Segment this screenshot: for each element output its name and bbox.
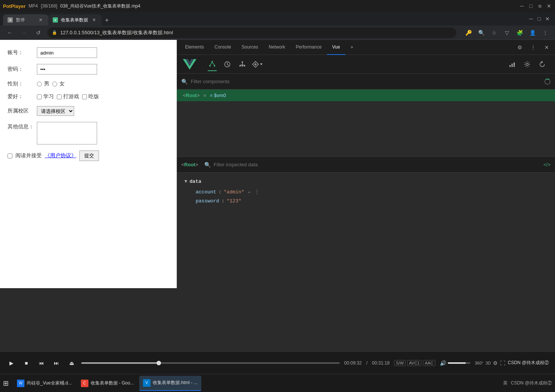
tree-tag-open: < xyxy=(183,93,186,98)
browser-max-icon[interactable]: □ xyxy=(536,16,542,22)
tab-elements[interactable]: Elements xyxy=(180,40,209,55)
browser-chrome: ⏸ 暂停 ✕ V 收集表单数据 ✕ + ─ □ ✕ xyxy=(0,12,555,26)
media-thumb[interactable] xyxy=(157,361,161,365)
devtools-close-icon[interactable]: ✕ xyxy=(541,42,552,53)
profile-icon[interactable]: 👤 xyxy=(527,27,538,38)
components-tree[interactable]: <Root> = = $vm0 xyxy=(177,90,555,156)
svg-point-8 xyxy=(242,61,243,63)
account-edit-button[interactable]: ✏ xyxy=(248,189,251,195)
minimize-icon[interactable]: ─ xyxy=(519,3,525,9)
other-textarea[interactable] xyxy=(37,122,97,144)
hobby-eat-label: 吃饭 xyxy=(88,93,99,100)
eject-button[interactable]: ⏏ xyxy=(66,358,77,368)
browser-min-icon[interactable]: ─ xyxy=(528,16,534,22)
tab-close-paused[interactable]: ✕ xyxy=(38,17,44,23)
play-button[interactable]: ▶ xyxy=(6,358,17,368)
key-icon[interactable]: 🔑 xyxy=(463,27,474,38)
inspector-component-name: Root xyxy=(184,162,196,167)
zoom-icon[interactable]: 🔍 xyxy=(476,27,487,38)
volume-icon[interactable]: 🔊 xyxy=(440,360,446,366)
tab-more[interactable]: » xyxy=(345,40,359,55)
tab-console[interactable]: Console xyxy=(209,40,236,55)
tab-vue[interactable]: Vue xyxy=(327,40,345,55)
vue-logo-icon xyxy=(183,58,196,71)
hobby-game-checkbox[interactable] xyxy=(57,94,62,99)
tab-sources[interactable]: Sources xyxy=(236,40,263,55)
quality-3d-label[interactable]: 3D xyxy=(485,361,491,365)
filter-icon[interactable]: ▽ xyxy=(502,27,512,38)
account-input[interactable] xyxy=(37,47,97,58)
app-name[interactable]: PotPlayer xyxy=(3,3,26,9)
media-fullscreen-icon[interactable]: ⛶ xyxy=(500,360,505,366)
forward-button[interactable]: → xyxy=(19,27,29,38)
vue-router-icon[interactable]: ▼ xyxy=(251,58,264,71)
browser-close-icon[interactable]: ✕ xyxy=(544,16,550,22)
form-gender-group: 性别： 男 女 xyxy=(8,81,169,87)
title-bar: PotPlayer MP4 [38/168] 038_尚硅谷Vue技术_收集表单… xyxy=(0,0,555,12)
next-button[interactable]: ⏭ xyxy=(51,358,62,368)
back-button[interactable]: ← xyxy=(5,27,15,38)
inspector-code-icon[interactable]: </> xyxy=(543,162,550,167)
reload-button[interactable]: ↺ xyxy=(33,27,44,38)
new-tab-button[interactable]: + xyxy=(102,15,112,26)
agree-checkbox[interactable] xyxy=(8,153,12,158)
tree-item-root[interactable]: <Root> = = $vm0 xyxy=(177,90,555,101)
taskbar-app-word[interactable]: W 尚硅谷_Vue全家桶.d... xyxy=(13,376,76,391)
puzzle-icon[interactable]: 🧩 xyxy=(514,27,525,38)
media-volume-control[interactable]: 🔊 xyxy=(440,360,470,366)
taskbar-app-vscode-label: 收集表单数据.html - ... xyxy=(153,380,198,386)
devtools-kebab-icon[interactable]: ⋮ xyxy=(528,42,538,53)
inspector-filter-input[interactable] xyxy=(214,162,540,167)
other-label: 其他信息： xyxy=(8,123,34,130)
title-bar-left: PotPlayer MP4 [38/168] 038_尚硅谷Vue技术_收集表单… xyxy=(3,3,140,9)
taskbar-lang-icon[interactable]: 英 xyxy=(503,380,508,386)
vue-performance-icon[interactable] xyxy=(505,58,519,71)
hobby-study-label: 学习 xyxy=(43,93,54,100)
media-time-separator: / xyxy=(366,360,367,366)
hobby-study-checkbox[interactable] xyxy=(37,94,42,99)
stop-button[interactable]: ■ xyxy=(21,358,32,368)
star-icon[interactable]: ☆ xyxy=(489,27,499,38)
account-key: account xyxy=(196,189,216,195)
data-collapse-arrow[interactable]: ▼ xyxy=(184,179,187,184)
volume-bar[interactable] xyxy=(448,362,470,364)
taskbar-right: 英 CSDN @待木成桓② xyxy=(503,380,552,386)
url-text[interactable]: 127.0.0.1:5500/13_收集表单数据/收集表单数据.html xyxy=(60,29,173,36)
devtools-settings-icon[interactable]: ⚙ xyxy=(514,42,525,53)
tab-network[interactable]: Network xyxy=(263,40,290,55)
vue-components-icon[interactable] xyxy=(205,58,219,71)
campus-select[interactable]: 请选择校区 xyxy=(37,106,74,116)
components-filter-input[interactable] xyxy=(191,79,541,84)
restore-icon[interactable]: □ xyxy=(528,3,534,9)
menu-icon[interactable]: ⋮ xyxy=(540,27,550,38)
gender-label: 性别： xyxy=(8,81,34,87)
vue-timeline-icon[interactable] xyxy=(220,58,234,71)
tab-paused[interactable]: ⏸ 暂停 ✕ xyxy=(3,14,48,26)
vue-refresh-icon[interactable] xyxy=(535,58,549,71)
tab-close-active[interactable]: ✕ xyxy=(91,17,97,23)
data-section-name: data xyxy=(190,179,201,184)
quality-360-label[interactable]: 360° xyxy=(475,361,484,365)
tab-active[interactable]: V 收集表单数据 ✕ xyxy=(48,14,102,26)
url-bar[interactable]: 🔒 127.0.0.1:5500/13_收集表单数据/收集表单数据.html xyxy=(47,27,456,38)
prev-button[interactable]: ⏮ xyxy=(36,358,47,368)
vue-settings-icon[interactable] xyxy=(520,58,534,71)
gender-radio-male[interactable] xyxy=(37,82,42,87)
hobby-eat-checkbox[interactable] xyxy=(82,94,87,99)
media-settings-icon[interactable]: ⚙ xyxy=(493,360,498,366)
tab-label-active: 收集表单数据 xyxy=(61,17,88,23)
gender-radio-female[interactable] xyxy=(52,82,57,87)
vue-vuex-icon[interactable] xyxy=(236,58,249,71)
taskbar-app-vscode[interactable]: V 收集表单数据.html - ... xyxy=(139,376,201,391)
tab-performance[interactable]: Performance xyxy=(290,40,327,55)
tree-tag-close: > xyxy=(197,93,200,98)
close-icon[interactable]: ✕ xyxy=(546,3,552,9)
user-agreement-link[interactable]: 《用户协议》 xyxy=(45,152,76,159)
maximize-icon[interactable]: ⧉ xyxy=(537,3,543,9)
account-more-button[interactable]: ⋮ xyxy=(254,189,260,195)
password-input[interactable] xyxy=(37,64,97,74)
media-timeline[interactable] xyxy=(81,362,340,364)
submit-button[interactable]: 提交 xyxy=(79,150,99,161)
taskbar-app-chrome[interactable]: C 收集表单数据 - Goo... xyxy=(77,376,138,391)
windows-start-icon[interactable]: ⊞ xyxy=(3,379,9,387)
